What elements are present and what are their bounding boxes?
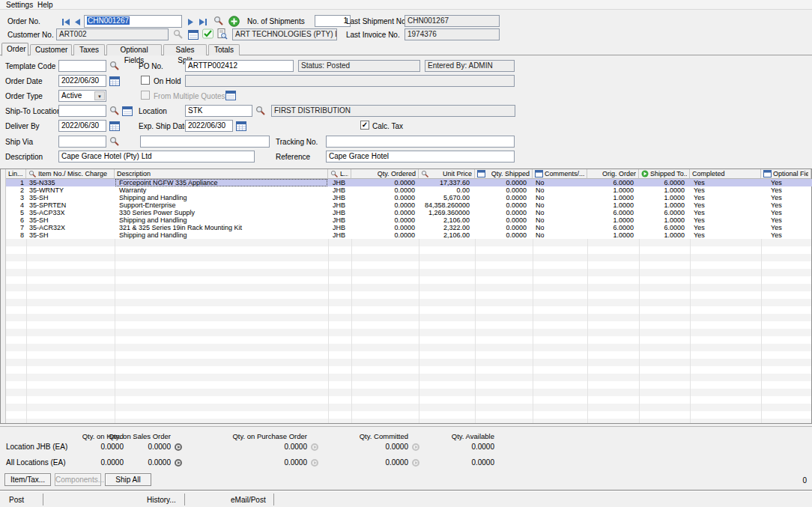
po-no-input[interactable]: ARTTP002412: [185, 60, 294, 72]
tab-customer[interactable]: Customer: [30, 44, 72, 55]
all-available: 0.0000: [416, 458, 494, 467]
divider: [0, 490, 812, 491]
cell-item: 35-ACP33X: [28, 209, 115, 216]
last-record-icon: [198, 18, 207, 26]
col-header-shipped-to[interactable]: Shipped To...: [639, 169, 690, 179]
grid-row[interactable]: 735-ACR32X321 & 325 Series 19in Rack Mou…: [6, 224, 812, 231]
cell-shipped-to: 6.0000: [639, 209, 687, 216]
description-label: Description: [5, 153, 43, 161]
grid-row[interactable]: 635-SHShipping and HandlingJHB0.00002,10…: [6, 216, 812, 224]
grid-row[interactable]: 335-SHShipping and HandlingJHB0.00005,67…: [6, 194, 812, 201]
location-input[interactable]: STK: [185, 105, 252, 117]
tab-strip: Order Customer Taxes Optional Fields Sal…: [0, 43, 812, 55]
tab-optional-fields[interactable]: Optional Fields: [106, 44, 162, 55]
chevron-down-icon[interactable]: ▼: [94, 91, 105, 100]
item-tax-button[interactable]: Item/Tax...: [4, 473, 51, 486]
description-input[interactable]: Cape Grace Hotel (Pty) Ltd: [58, 151, 255, 163]
grid-row[interactable]: 435-SPRTENSupport-EnterpriseJHB0.000084,…: [6, 201, 812, 209]
ship-to-location-input[interactable]: [58, 105, 106, 117]
grid-row[interactable]: 535-ACP33X330 Series Power SupplyJHB0.00…: [6, 209, 812, 216]
customer-no-label: Customer No.: [7, 31, 54, 39]
order-no-input[interactable]: CHN001267: [84, 15, 182, 28]
email-post-button[interactable]: eMail/Post: [231, 496, 266, 504]
cell-line: 5: [6, 209, 25, 216]
tab-sales-split[interactable]: Sales Split: [163, 44, 207, 55]
customer-inquiry-button[interactable]: [216, 28, 228, 40]
cell-orig-order: 6.0000: [587, 224, 636, 231]
finder-icon: [213, 16, 224, 26]
cell-qty-shipped: 0.0000: [475, 231, 529, 239]
menu-settings[interactable]: Settings: [6, 1, 33, 9]
order-date-calendar-button[interactable]: [109, 75, 121, 87]
tab-order[interactable]: Order: [1, 43, 28, 56]
col-header-optional-fields[interactable]: Optional Fiel...: [761, 169, 811, 179]
ship-via-finder-button[interactable]: [109, 136, 121, 148]
col-header-qty-ordered[interactable]: Qty. Ordered: [351, 169, 419, 179]
post-button[interactable]: Post: [9, 496, 24, 504]
cell-optional: Yes: [761, 201, 812, 209]
col-header-description[interactable]: Description: [115, 169, 328, 179]
template-code-input[interactable]: [58, 60, 106, 72]
all-sales: 0.0000: [96, 458, 171, 467]
divider: [273, 494, 274, 506]
deliver-by-input[interactable]: 2022/06/30: [58, 120, 106, 132]
order-type-select[interactable]: Active ▼: [58, 90, 106, 102]
col-header-comments[interactable]: Comments/...: [533, 169, 587, 179]
new-order-button[interactable]: [228, 15, 240, 27]
cell-qty-shipped: 0.0000: [475, 194, 529, 201]
col-header-unit-price[interactable]: Unit Price: [419, 169, 475, 179]
grid-row[interactable]: 835-SHShipping and HandlingJHB0.00002,10…: [6, 231, 812, 239]
order-finder-button[interactable]: [213, 15, 225, 27]
ship-via-input[interactable]: [58, 136, 106, 148]
order-date-input[interactable]: 2022/06/30: [58, 75, 106, 87]
tab-taxes[interactable]: Taxes: [73, 44, 105, 55]
cell-unit-price: 0.00: [419, 186, 472, 194]
col-header-location[interactable]: L...: [328, 169, 351, 179]
ship-to-drilldown-button[interactable]: [121, 105, 133, 117]
col-header-line[interactable]: Lin...: [6, 169, 26, 179]
ship-all-button[interactable]: Ship All: [105, 473, 151, 486]
calc-tax-checkbox[interactable]: [360, 121, 369, 130]
all-sales-drilldown-button[interactable]: [175, 459, 182, 467]
reference-input[interactable]: Cape Grace Hotel: [326, 151, 515, 163]
customer-drilldown-button[interactable]: [187, 28, 199, 40]
template-finder-button[interactable]: [109, 60, 121, 72]
cell-line: 3: [6, 194, 25, 201]
nav-first-button[interactable]: [60, 16, 72, 28]
col-header-completed[interactable]: Completed: [690, 169, 761, 179]
ship-via-desc-input[interactable]: [140, 136, 270, 148]
nav-last-button[interactable]: [196, 16, 208, 28]
col-header-orig-order[interactable]: Orig. Order: [587, 169, 639, 179]
all-purchase-drilldown-button: [311, 459, 318, 467]
cell-shipped-to: 1.0000: [639, 194, 687, 201]
tracking-no-input[interactable]: [326, 136, 515, 148]
grid-row[interactable]: 235-WRNTYWarrantyJHB0.00000.000.0000No1.…: [6, 186, 812, 194]
deliver-by-calendar-button[interactable]: [109, 120, 121, 132]
exp-ship-calendar-button[interactable]: [235, 120, 247, 132]
history-button[interactable]: History...: [147, 496, 176, 504]
cell-location: JHB: [329, 231, 351, 239]
exp-ship-date-label: Exp. Ship Date: [139, 122, 189, 130]
on-hold-checkbox[interactable]: [141, 76, 150, 85]
cell-unit-price: 1,269.360000: [419, 209, 472, 216]
cell-optional: Yes: [761, 231, 812, 239]
customer-no-field[interactable]: ART002: [56, 28, 169, 40]
quantity-info-panel: Qty. on Hand Qty. on Sales Order Qty. on…: [0, 426, 812, 470]
ship-to-location-label: Ship-To Location: [5, 107, 61, 115]
cell-orig-order: 1.0000: [587, 186, 636, 194]
nav-prev-button[interactable]: [71, 16, 83, 28]
location-finder-button[interactable]: [255, 105, 267, 117]
cell-optional: Yes: [761, 224, 812, 231]
nav-next-button[interactable]: [184, 16, 196, 28]
credit-check-button[interactable]: [202, 28, 213, 40]
exp-ship-date-input[interactable]: 2022/06/30: [185, 120, 233, 132]
cell-qty-ordered: 0.0000: [351, 179, 417, 186]
ship-to-finder-button[interactable]: [109, 105, 121, 117]
jhb-sales-drilldown-button[interactable]: [175, 443, 182, 451]
col-header-qty-shipped[interactable]: Qty. Shipped: [475, 169, 533, 179]
customer-finder-button[interactable]: [172, 28, 184, 40]
grid-row[interactable]: 135-N335Forcepoint NGFW 335 ApplianceJHB…: [6, 179, 812, 186]
menu-help[interactable]: Help: [37, 1, 53, 9]
tab-totals[interactable]: Totals: [208, 44, 240, 55]
col-header-item[interactable]: Item No./ Misc. Charge: [26, 169, 115, 179]
